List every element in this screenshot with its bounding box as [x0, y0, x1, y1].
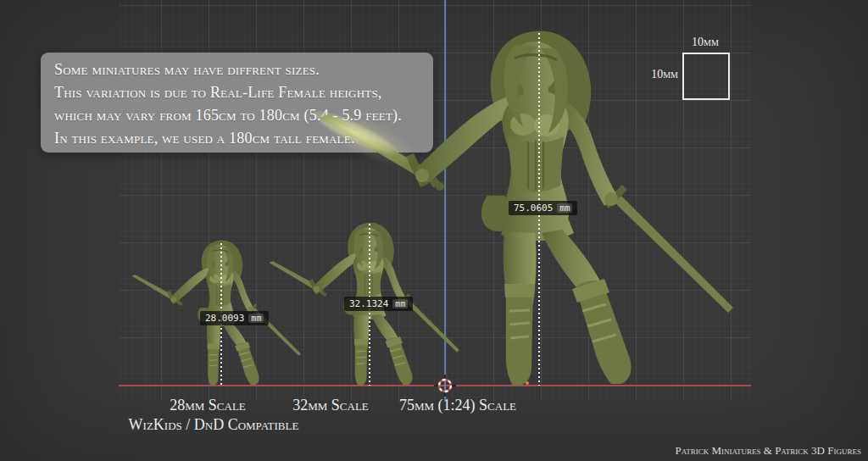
- scale-label-75mm: 75mm (1:24) Scale: [399, 397, 516, 414]
- measurement-label-32mm: 32.1324 mm: [344, 297, 413, 311]
- measurement-unit: mm: [392, 299, 408, 308]
- measurement-value: 32.1324: [349, 298, 388, 309]
- measurement-value: 75.0605: [514, 203, 553, 214]
- measurement-label-28mm: 28.0093 mm: [200, 311, 269, 325]
- measurement-value: 28.0093: [205, 313, 244, 324]
- scale-label-28mm-compat: WizKids / DnD Compatible: [129, 416, 299, 434]
- viewport: Some miniatures may have diffrent sizes.…: [0, 0, 868, 461]
- measurement-unit: mm: [557, 203, 572, 213]
- measurement-unit: mm: [248, 314, 264, 323]
- credit-text: Patrick Miniatures & Patrick 3D Figures: [675, 444, 861, 458]
- scale-label-28mm: 28mm Scale: [170, 397, 246, 414]
- scale-label-32mm: 32mm Scale: [292, 397, 369, 414]
- measurement-label-75mm: 75.0605 mm: [509, 201, 577, 215]
